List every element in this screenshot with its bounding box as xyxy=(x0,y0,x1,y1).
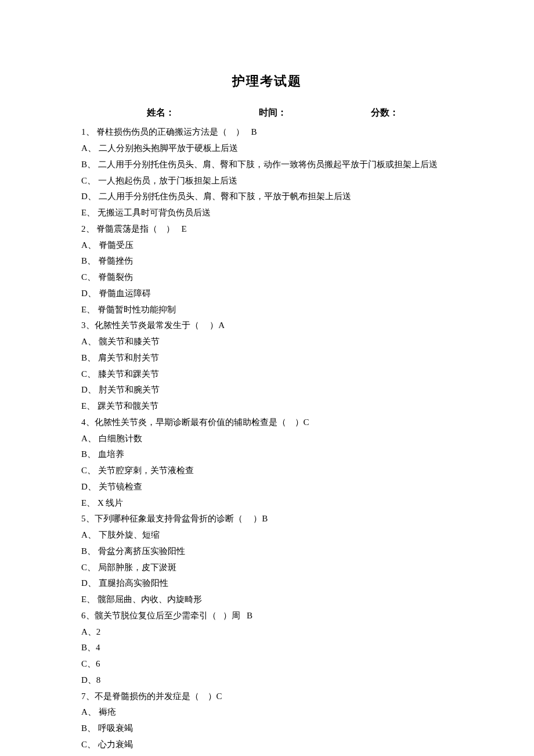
question-option: B、 肩关节和肘关节 xyxy=(81,350,453,366)
question-option: D、 脊髓血运障碍 xyxy=(81,286,453,302)
question-option: A、 髋关节和膝关节 xyxy=(81,334,453,350)
question-option: D、 关节镜检查 xyxy=(81,479,453,495)
question-stem: 6、髋关节脱位复位后至少需牵引（ ）周 B xyxy=(81,608,453,624)
question-option: C、 心力衰竭 xyxy=(81,737,453,753)
question-option: D、 二人用手分别托住伤员头、肩、臀和下肢，平放于帆布担架上后送 xyxy=(81,189,453,205)
question-stem: 7、不是脊髓损伤的并发症是（ ）C xyxy=(81,689,453,705)
exam-header: 姓名： 时间： 分数： xyxy=(81,104,453,121)
question-option: A、 脊髓受压 xyxy=(81,237,453,254)
question-stem: 1、 脊柱损伤伤员的正确搬运方法是（ ） B xyxy=(81,124,453,141)
question-option: A、 下肢外旋、短缩 xyxy=(81,527,453,543)
question-option: E、 髋部屈曲、内收、内旋畸形 xyxy=(81,592,453,608)
question-stem: 3、化脓性关节炎最常发生于（ ）A xyxy=(81,318,453,334)
question-option: C、 膝关节和踝关节 xyxy=(81,366,453,383)
question-option: D、 直腿抬高实验阳性 xyxy=(81,575,453,592)
question-option: A、2 xyxy=(81,624,453,640)
question-option: C、 一人抱起伤员，放于门板担架上后送 xyxy=(81,173,453,189)
question-option: C、 关节腔穿刺，关节液检查 xyxy=(81,463,453,479)
question-option: E、 脊髓暂时性功能抑制 xyxy=(81,302,453,318)
time-label: 时间： xyxy=(259,104,287,121)
question-option: E、 踝关节和髋关节 xyxy=(81,398,453,415)
question-option: B、 脊髓挫伤 xyxy=(81,253,453,269)
question-stem: 5、下列哪种征象最支持骨盆骨折的诊断（ ）B xyxy=(81,511,453,527)
question-stem: 4、化脓性关节炎，早期诊断最有价值的辅助检查是（ ）C xyxy=(81,415,453,431)
name-label: 姓名： xyxy=(147,104,175,121)
question-option: C、 局部肿胀，皮下淤斑 xyxy=(81,560,453,576)
question-option: C、 脊髓裂伤 xyxy=(81,269,453,286)
question-option: B、 骨盆分离挤压实验阳性 xyxy=(81,543,453,560)
question-option: B、 二人用手分别托住伤员头、肩、臀和下肢，动作一致将伤员搬起平放于门板或担架上… xyxy=(81,157,453,173)
question-option: B、 呼吸衰竭 xyxy=(81,721,453,737)
question-option: D、 肘关节和腕关节 xyxy=(81,382,453,398)
question-option: E、 无搬运工具时可背负伤员后送 xyxy=(81,205,453,221)
question-option: B、 血培养 xyxy=(81,447,453,463)
question-option: A、 白细胞计数 xyxy=(81,431,453,447)
question-option: C、6 xyxy=(81,656,453,672)
question-option: E、 X 线片 xyxy=(81,495,453,512)
question-option: D、 便秘 xyxy=(81,753,453,756)
question-option: A、 褥疮 xyxy=(81,704,453,721)
exam-title: 护理考试题 xyxy=(81,70,453,93)
question-option: A、 二人分别抱头抱脚平放于硬板上后送 xyxy=(81,141,453,157)
question-stem: 2、 脊髓震荡是指（ ） E xyxy=(81,221,453,237)
score-label: 分数： xyxy=(371,104,399,121)
question-list: 1、 脊柱损伤伤员的正确搬运方法是（ ） BA、 二人分别抱头抱脚平放于硬板上后… xyxy=(81,124,453,756)
exam-page: 护理考试题 姓名： 时间： 分数： 1、 脊柱损伤伤员的正确搬运方法是（ ） B… xyxy=(0,0,534,756)
question-option: B、4 xyxy=(81,640,453,656)
question-option: D、8 xyxy=(81,672,453,689)
